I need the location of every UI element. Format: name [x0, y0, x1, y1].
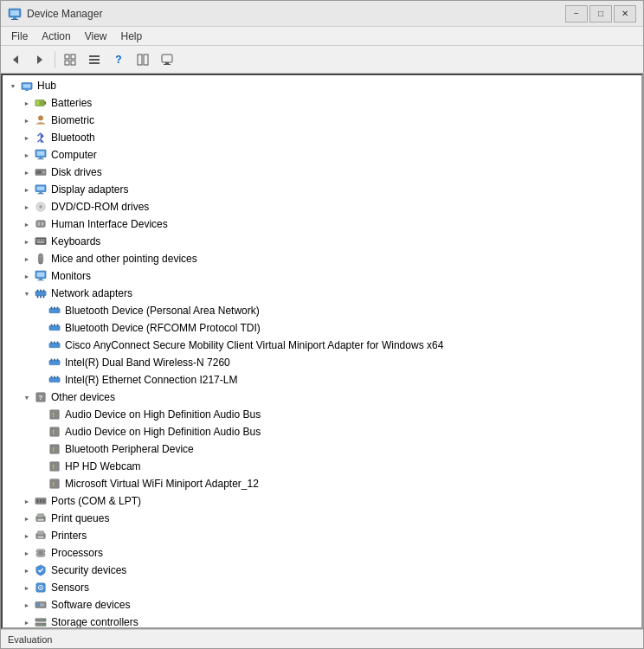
- expand-processors[interactable]: [20, 546, 34, 560]
- expand-dvd-drives[interactable]: [20, 200, 34, 214]
- tree-item-batteries[interactable]: Batteries: [3, 94, 641, 112]
- expand-other-devices[interactable]: [20, 390, 34, 404]
- tree-item-bt-rfcomm[interactable]: Bluetooth Device (RFCOMM Protocol TDI): [3, 319, 641, 337]
- intel-ethernet-label: Intel(R) Ethernet Connection I217-LM: [65, 374, 237, 386]
- expand-audio1: [34, 408, 48, 421]
- tree-item-print-queues[interactable]: Print queues: [3, 510, 641, 527]
- tree-item-mice[interactable]: Mice and other pointing devices: [3, 250, 641, 267]
- tree-item-cisco[interactable]: Cisco AnyConnect Secure Mobility Client …: [3, 337, 641, 354]
- view-btn-2[interactable]: [83, 49, 106, 70]
- minimize-button[interactable]: −: [565, 5, 588, 22]
- expand-ports[interactable]: [20, 494, 34, 508]
- svg-rect-59: [40, 296, 42, 299]
- tree-item-monitors[interactable]: Monitors: [3, 267, 641, 285]
- tree-item-security-devices[interactable]: Security devices: [3, 562, 641, 579]
- svg-marker-5: [37, 55, 42, 64]
- tree-item-display-adapters[interactable]: Display adapters: [3, 181, 641, 198]
- ports-label: Ports (COM & LPT): [51, 495, 141, 507]
- view1-icon: [64, 54, 76, 66]
- expand-biometric[interactable]: [20, 113, 34, 127]
- monitor-btn[interactable]: [156, 49, 178, 70]
- expand-software-devices[interactable]: [20, 598, 34, 612]
- svg-rect-71: [54, 342, 55, 344]
- menu-action[interactable]: Action: [35, 29, 77, 44]
- view-btn-1[interactable]: [59, 49, 81, 70]
- tree-item-audio2[interactable]: ! Audio Device on High Definition Audio …: [3, 423, 641, 440]
- back-button[interactable]: [4, 49, 27, 70]
- tree-item-network-adapters[interactable]: Network adapters: [3, 285, 641, 302]
- software-devices-label: Software devices: [51, 599, 130, 611]
- tree-item-software-devices[interactable]: Software devices: [3, 596, 641, 614]
- expand-network-adapters[interactable]: [20, 286, 34, 300]
- expand-hub[interactable]: [6, 79, 20, 93]
- dvd-drives-icon: [34, 200, 48, 214]
- tree-item-bluetooth[interactable]: Bluetooth: [3, 129, 641, 146]
- hp-webcam-label: HP HD Webcam: [65, 460, 141, 472]
- tree-item-hp-webcam[interactable]: ! HP HD Webcam: [3, 458, 641, 475]
- expand-disk-drives[interactable]: [20, 165, 34, 179]
- svg-rect-12: [89, 62, 100, 64]
- intel-wireless-label: Intel(R) Dual Band Wireless-N 7260: [65, 357, 230, 369]
- tree-item-intel-ethernet[interactable]: Intel(R) Ethernet Connection I217-LM: [3, 371, 641, 389]
- tree-item-ms-wifi[interactable]: ! Microsoft Virtual WiFi Miniport Adapte…: [3, 475, 641, 492]
- expand-monitors[interactable]: [20, 269, 34, 283]
- expand-keyboards[interactable]: [20, 235, 34, 248]
- expand-sensors[interactable]: [20, 581, 34, 594]
- ms-wifi-icon: !: [48, 477, 61, 491]
- svg-rect-15: [162, 55, 172, 62]
- intel-ethernet-icon: [48, 373, 61, 387]
- tree-item-storage-controllers[interactable]: Storage controllers: [3, 614, 641, 629]
- view3-icon: [137, 54, 149, 66]
- expand-printers[interactable]: [20, 529, 34, 543]
- expand-batteries[interactable]: [20, 96, 34, 110]
- svg-rect-10: [89, 55, 100, 57]
- expand-storage-controllers[interactable]: [20, 615, 34, 629]
- expand-display-adapters[interactable]: [20, 183, 34, 196]
- keyboards-label: Keyboards: [51, 235, 100, 247]
- tree-item-hid[interactable]: Human Interface Devices: [3, 215, 641, 233]
- expand-hid[interactable]: [20, 217, 34, 231]
- software-devices-icon: [34, 598, 48, 612]
- hid-icon: [34, 217, 48, 231]
- menu-help[interactable]: Help: [114, 29, 150, 44]
- tree-item-dvd-drives[interactable]: DVD/CD-ROM drives: [3, 198, 641, 215]
- network-adapters-label: Network adapters: [51, 287, 132, 299]
- tree-item-printers[interactable]: Printers: [3, 527, 641, 544]
- forward-button[interactable]: [29, 49, 51, 70]
- menu-file[interactable]: File: [4, 29, 35, 44]
- app-icon: [8, 7, 22, 21]
- mice-label: Mice and other pointing devices: [51, 253, 197, 265]
- tree-item-sensors[interactable]: Sensors: [3, 579, 641, 596]
- menu-view[interactable]: View: [78, 29, 114, 44]
- tree-item-computer[interactable]: Computer: [3, 146, 641, 164]
- svg-rect-51: [37, 273, 45, 277]
- svg-rect-106: [36, 550, 37, 552]
- tree-item-audio1[interactable]: ! Audio Device on High Definition Audio …: [3, 406, 641, 423]
- tree-item-biometric[interactable]: Biometric: [3, 112, 641, 129]
- tree-item-ports[interactable]: Ports (COM & LPT): [3, 492, 641, 510]
- expand-print-queues[interactable]: [20, 511, 34, 525]
- tree-item-hub[interactable]: Hub: [3, 77, 641, 94]
- tree-item-other-devices[interactable]: ? Other devices: [3, 389, 641, 406]
- expand-computer[interactable]: [20, 148, 34, 162]
- expand-mice[interactable]: [20, 252, 34, 266]
- expand-security-devices[interactable]: [20, 563, 34, 577]
- close-button[interactable]: ✕: [614, 5, 636, 22]
- tree-item-bt-pan[interactable]: Bluetooth Device (Personal Area Network): [3, 302, 641, 319]
- tree-item-bt-peripheral[interactable]: ! Bluetooth Peripheral Device: [3, 440, 641, 458]
- tree-item-keyboards[interactable]: Keyboards: [3, 233, 641, 250]
- maximize-button[interactable]: □: [589, 5, 612, 22]
- tree-item-intel-wireless[interactable]: Intel(R) Dual Band Wireless-N 7260: [3, 354, 641, 371]
- tree-item-processors[interactable]: Processors: [3, 544, 641, 562]
- svg-rect-23: [36, 100, 40, 105]
- expand-bluetooth[interactable]: [20, 131, 34, 145]
- svg-text:?: ?: [38, 394, 42, 402]
- view-btn-3[interactable]: [132, 49, 154, 70]
- tree-content-area[interactable]: Hub Batteries: [1, 74, 643, 629]
- bt-rfcomm-label: Bluetooth Device (RFCOMM Protocol TDI): [65, 322, 261, 334]
- tree-item-disk-drives[interactable]: Disk drives: [3, 164, 641, 181]
- svg-rect-41: [42, 222, 44, 225]
- help-btn[interactable]: ?: [107, 49, 130, 70]
- bluetooth-icon: [34, 131, 48, 145]
- svg-rect-68: [57, 324, 59, 327]
